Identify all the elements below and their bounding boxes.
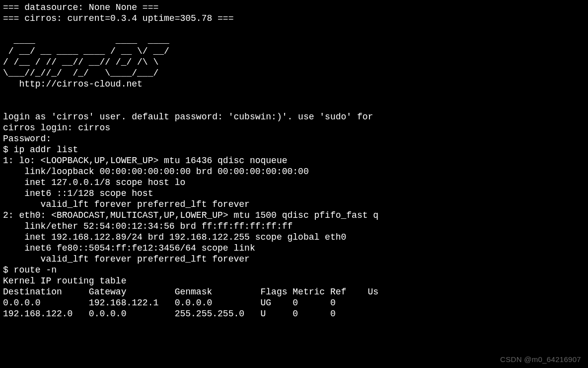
ipaddr-eth0-header: 2: eth0: <BROADCAST,MULTICAST,UP,LOWER_U… (3, 210, 378, 220)
route-table-row: 0.0.0.0 192.168.122.1 0.0.0.0 UG 0 0 (3, 297, 585, 308)
ipaddr-eth0-inet: inet 192.168.122.89/24 brd 192.168.122.2… (3, 232, 346, 242)
login-prompt: cirros login: (3, 123, 78, 133)
ascii-art-line-1: ____ ____ ____ (3, 35, 169, 45)
ipaddr-eth0-valid: valid_lft forever preferred_lft forever (3, 254, 250, 264)
cirros-url: http://cirros-cloud.net (3, 79, 143, 89)
ascii-art-line-3: / /__ / // __// __// /_/ /\ \ (3, 57, 164, 67)
route-table-title: Kernel IP routing table (3, 276, 126, 286)
boot-cirros-line: === cirros: current=0.3.4 uptime=305.78 … (3, 13, 233, 23)
boot-datasource-line: === datasource: None None === (3, 2, 158, 12)
ascii-art-line-2: / __/ __ ____ ____ / __ \/ __/ (3, 46, 169, 56)
password-prompt[interactable]: Password: (3, 134, 51, 144)
route-table-row: 192.168.122.0 0.0.0.0 255.255.255.0 U 0 … (3, 308, 585, 319)
shell-prompt-2: $ (3, 265, 14, 275)
ipaddr-lo-header: 1: lo: <LOOPBACK,UP,LOWER_UP> mtu 16436 … (3, 156, 293, 166)
terminal-output[interactable]: === datasource: None None === === cirros… (0, 0, 588, 321)
route-table: Destination Gateway Genmask Flags Metric… (3, 286, 585, 319)
command-ip-addr-list[interactable]: ip addr list (14, 145, 78, 155)
ipaddr-eth0-link: link/ether 52:54:00:12:34:56 brd ff:ff:f… (3, 221, 293, 231)
route-table-header: Destination Gateway Genmask Flags Metric… (3, 286, 585, 297)
login-hint: login as 'cirros' user. default password… (3, 112, 373, 122)
shell-prompt-1: $ (3, 145, 14, 155)
ipaddr-lo-inet: inet 127.0.0.1/8 scope host lo (3, 178, 185, 187)
command-route-n[interactable]: route -n (14, 265, 57, 275)
ipaddr-lo-inet6: inet6 ::1/128 scope host (3, 188, 158, 198)
ipaddr-eth0-inet6: inet6 fe80::5054:ff:fe12:3456/64 scope l… (3, 243, 260, 253)
ipaddr-lo-valid: valid_lft forever preferred_lft forever (3, 199, 250, 209)
login-username-input[interactable]: cirros (78, 123, 110, 133)
csdn-watermark: CSDN @m0_64216907 (500, 354, 581, 365)
ipaddr-lo-link: link/loopback 00:00:00:00:00:00 brd 00:0… (3, 167, 309, 177)
ascii-art-line-4: \___//_//_/ /_/ \____/___/ (3, 68, 164, 78)
